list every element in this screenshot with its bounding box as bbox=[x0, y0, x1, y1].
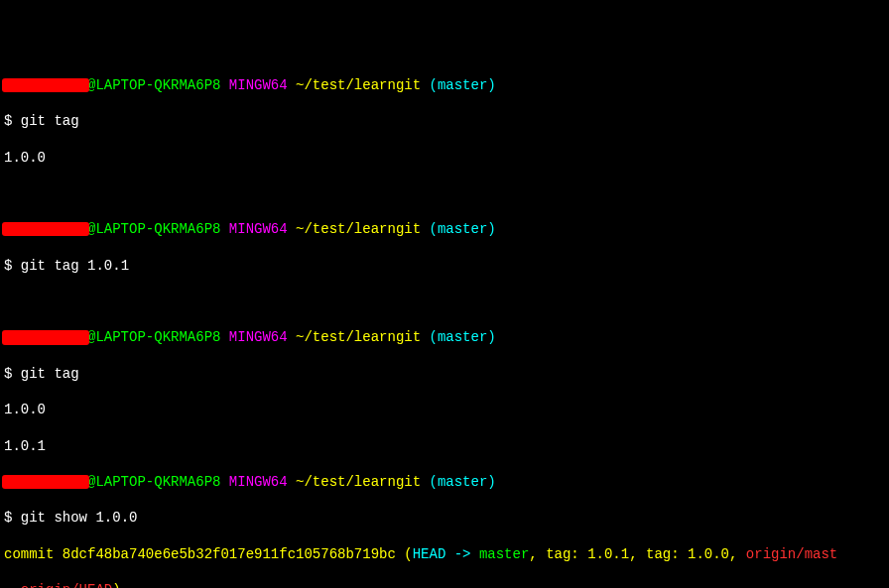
path: ~/test/learngit bbox=[296, 221, 421, 237]
host: @LAPTOP-QKRMA6P8 bbox=[87, 474, 220, 490]
terminal-output[interactable]: weihuaxiao@LAPTOP-QKRMA6P8 MINGW64 ~/tes… bbox=[4, 76, 885, 588]
output-line: 1.0.0 bbox=[4, 401, 885, 418]
prompt-line: weihuaxiao@LAPTOP-QKRMA6P8 MINGW64 ~/tes… bbox=[4, 76, 885, 94]
head-ref: HEAD -> bbox=[413, 546, 479, 562]
paren: ) bbox=[112, 582, 120, 588]
redacted-user: weihuaxiao bbox=[4, 220, 87, 238]
branch: (master) bbox=[430, 329, 496, 345]
path: ~/test/learngit bbox=[296, 474, 421, 490]
dollar: $ bbox=[4, 366, 12, 382]
blank-line bbox=[4, 293, 885, 310]
dollar: $ bbox=[4, 510, 12, 526]
tag-label: tag: bbox=[546, 546, 587, 562]
command-line: $ git show 1.0.0 bbox=[4, 509, 885, 527]
remote-ref: origin/HEAD bbox=[21, 582, 112, 588]
tag-label: tag: bbox=[646, 546, 688, 562]
prompt-line: weihuaxiao@LAPTOP-QKRMA6P8 MINGW64 ~/tes… bbox=[4, 328, 885, 346]
host: @LAPTOP-QKRMA6P8 bbox=[87, 329, 220, 345]
path: ~/test/learngit bbox=[296, 77, 421, 93]
tag-name: 1.0.0 bbox=[688, 546, 729, 562]
cmd-git-tag-create: git tag 1.0.1 bbox=[21, 258, 129, 274]
command-line: $ git tag bbox=[4, 112, 885, 130]
branch: (master) bbox=[430, 221, 496, 237]
sep: , bbox=[629, 546, 646, 562]
branch: (master) bbox=[430, 474, 496, 490]
commit-label: commit bbox=[4, 546, 63, 562]
sep: , bbox=[729, 546, 746, 562]
path: ~/test/learngit bbox=[296, 329, 421, 345]
commit-line-cont: , origin/HEAD) bbox=[4, 581, 885, 588]
prompt-line: weihuaxiao@LAPTOP-QKRMA6P8 MINGW64 ~/tes… bbox=[4, 220, 885, 238]
tag-name: 1.0.1 bbox=[587, 546, 629, 562]
shell: MINGW64 bbox=[229, 329, 288, 345]
blank-line bbox=[4, 184, 885, 202]
cmd-git-show: git show 1.0.0 bbox=[21, 510, 138, 526]
host: @LAPTOP-QKRMA6P8 bbox=[87, 77, 220, 93]
command-line: $ git tag 1.0.1 bbox=[4, 257, 885, 275]
sep: , bbox=[529, 546, 546, 562]
command-line: $ git tag bbox=[4, 365, 885, 383]
shell: MINGW64 bbox=[229, 77, 288, 93]
shell: MINGW64 bbox=[229, 221, 288, 237]
commit-line: commit 8dcf48ba740e6e5b32f017e911fc10576… bbox=[4, 545, 885, 563]
dollar: $ bbox=[4, 258, 12, 274]
commit-hash: 8dcf48ba740e6e5b32f017e911fc105768b719bc bbox=[63, 546, 396, 562]
output-line: 1.0.0 bbox=[4, 149, 885, 167]
prompt-line: weihuaxiao@LAPTOP-QKRMA6P8 MINGW64 ~/tes… bbox=[4, 473, 885, 491]
host: @LAPTOP-QKRMA6P8 bbox=[87, 221, 220, 237]
dollar: $ bbox=[4, 113, 12, 129]
branch: (master) bbox=[430, 77, 496, 93]
cmd-git-tag: git tag bbox=[21, 113, 79, 129]
shell: MINGW64 bbox=[229, 474, 288, 490]
redacted-user: weihuaxiao bbox=[4, 76, 87, 94]
cmd-git-tag: git tag bbox=[21, 366, 79, 382]
output-line: 1.0.1 bbox=[4, 437, 885, 455]
paren: ( bbox=[396, 546, 413, 562]
redacted-user: weihuaxiao bbox=[4, 473, 87, 491]
branch-master: master bbox=[479, 546, 529, 562]
redacted-user: weihuaxiao bbox=[4, 328, 87, 346]
sep: , bbox=[4, 582, 21, 588]
remote-ref: origin/mast bbox=[746, 546, 837, 562]
